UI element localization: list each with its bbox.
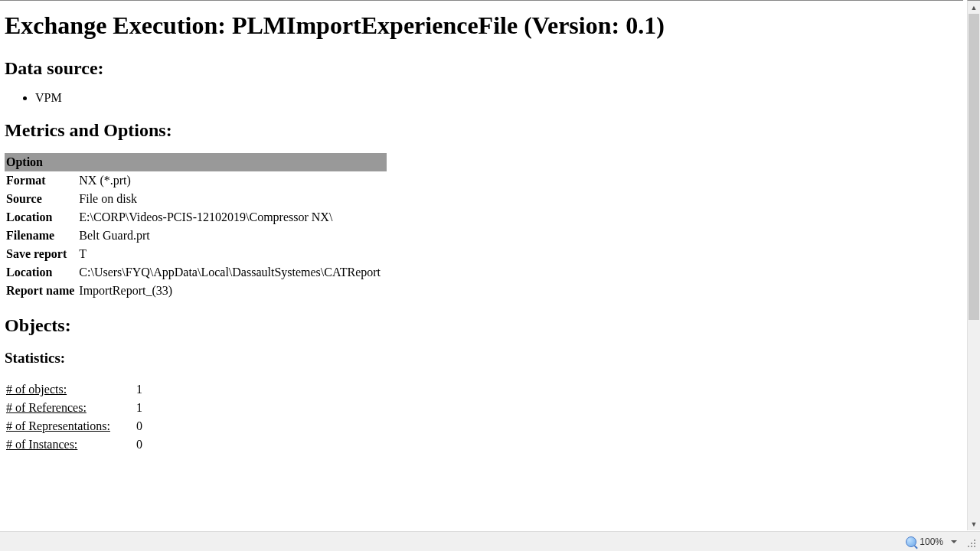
option-label: Report name (5, 282, 77, 300)
table-row: Location C:\Users\FYQ\AppData\Local\Dass… (5, 263, 387, 282)
table-row: # of Representations: 0 (5, 417, 149, 435)
table-row: # of Instances: 0 (5, 435, 149, 454)
option-label: Location (5, 263, 77, 282)
option-label: Filename (5, 227, 77, 245)
option-label: Save report (5, 245, 77, 263)
document-content: Exchange Execution: PLMImportExperienceF… (0, 11, 963, 454)
page-title: Exchange Execution: PLMImportExperienceF… (5, 11, 959, 40)
objects-heading: Objects: (5, 315, 959, 336)
statistics-table: # of objects: 1 # of References: 1 # of … (5, 380, 149, 454)
option-value-column-header (77, 153, 387, 171)
list-item: VPM (35, 91, 959, 105)
stat-label: # of objects: (5, 380, 135, 399)
document-viewport: Exchange Execution: PLMImportExperienceF… (0, 0, 963, 532)
stat-value: 1 (135, 399, 149, 417)
stat-label: # of References: (5, 399, 135, 417)
table-row: # of objects: 1 (5, 380, 149, 399)
table-row: Save report T (5, 245, 387, 263)
scrollbar-track[interactable] (968, 14, 980, 517)
scrollbar-thumb[interactable] (969, 14, 979, 320)
zoom-control[interactable]: 100% (906, 536, 957, 547)
statistics-heading: Statistics: (5, 350, 959, 367)
option-value: C:\Users\FYQ\AppData\Local\DassaultSyste… (77, 263, 387, 282)
option-value: ImportReport_(33) (77, 282, 387, 300)
table-row: Filename Belt Guard.prt (5, 227, 387, 245)
scroll-down-arrow-icon[interactable]: ▼ (968, 517, 980, 530)
data-source-heading: Data source: (5, 58, 959, 79)
option-label: Location (5, 208, 77, 227)
resize-grip-icon[interactable] (965, 536, 975, 547)
vertical-scrollbar[interactable]: ▲ ▼ (967, 0, 980, 530)
option-value: T (77, 245, 387, 263)
option-label: Format (5, 171, 77, 190)
chevron-down-icon[interactable] (951, 540, 957, 543)
stat-label: # of Representations: (5, 417, 135, 435)
option-column-header: Option (5, 153, 77, 171)
option-value: File on disk (77, 190, 387, 208)
table-row: # of References: 1 (5, 399, 149, 417)
table-header-row: Option (5, 153, 387, 171)
scroll-up-arrow-icon[interactable]: ▲ (968, 1, 980, 14)
option-value: Belt Guard.prt (77, 227, 387, 245)
option-value: NX (*.prt) (77, 171, 387, 190)
table-row: Format NX (*.prt) (5, 171, 387, 190)
stat-value: 0 (135, 435, 149, 454)
option-value: E:\CORP\Videos-PCIS-12102019\Compressor … (77, 208, 387, 227)
status-bar: 100% (0, 531, 980, 551)
stat-label: # of Instances: (5, 435, 135, 454)
options-table: Option Format NX (*.prt) Source File on … (5, 153, 387, 300)
table-row: Report name ImportReport_(33) (5, 282, 387, 300)
zoom-value: 100% (920, 536, 943, 547)
metrics-heading: Metrics and Options: (5, 120, 959, 141)
table-row: Location E:\CORP\Videos-PCIS-12102019\Co… (5, 208, 387, 227)
table-row: Source File on disk (5, 190, 387, 208)
option-label: Source (5, 190, 77, 208)
stat-value: 0 (135, 417, 149, 435)
magnifier-icon (906, 536, 916, 547)
stat-value: 1 (135, 380, 149, 399)
data-source-list: VPM (5, 91, 959, 105)
